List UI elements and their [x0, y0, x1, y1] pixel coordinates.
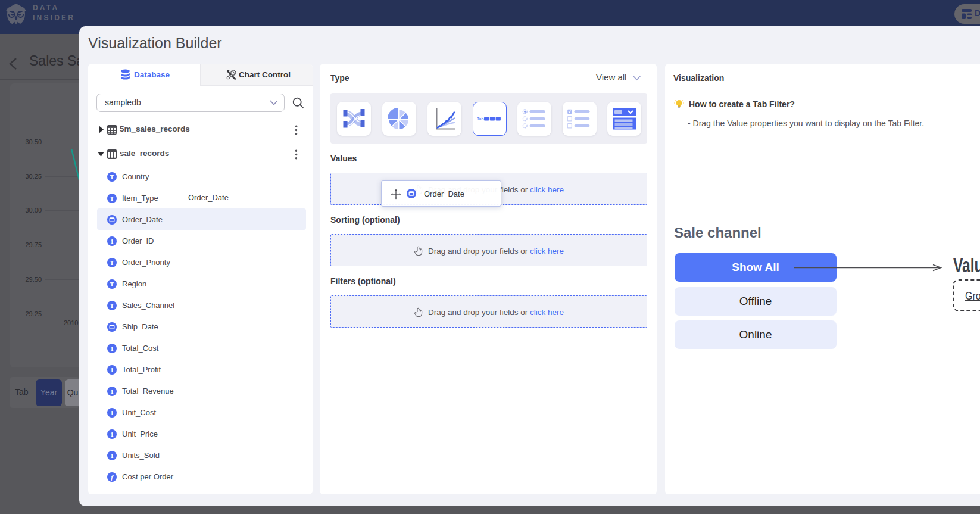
- svg-text:Tab: Tab: [477, 117, 483, 121]
- svg-text:T: T: [110, 302, 114, 309]
- svg-text:T: T: [110, 173, 114, 180]
- svg-text:T: T: [110, 195, 114, 202]
- svg-text:T: T: [110, 281, 114, 288]
- svg-text:1: 1: [110, 238, 114, 245]
- svg-text:T: T: [110, 259, 114, 266]
- svg-text:1: 1: [110, 345, 114, 352]
- svg-text:1: 1: [110, 409, 114, 416]
- svg-text:1: 1: [110, 366, 114, 373]
- svg-text:1: 1: [110, 452, 114, 459]
- svg-text:1: 1: [110, 431, 114, 438]
- svg-text:1: 1: [110, 388, 114, 395]
